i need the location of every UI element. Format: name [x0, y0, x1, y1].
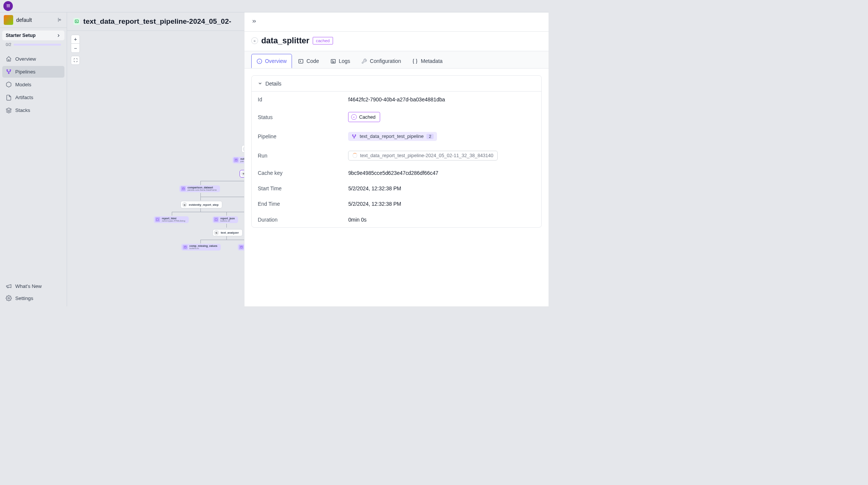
sidebar-collapse-button[interactable] [56, 17, 63, 23]
artifact-icon [155, 217, 160, 222]
status-cached-pill: « Cached [348, 112, 380, 122]
dag-edge [226, 224, 227, 228]
file-icon [6, 95, 12, 101]
tab-overview[interactable]: Overview [251, 54, 292, 68]
artifact-label: comparison_dataset [188, 186, 217, 189]
dag-edge [200, 197, 201, 200]
artifact-icon [181, 186, 186, 191]
artifact-icon [234, 158, 238, 162]
app-logo[interactable] [3, 1, 13, 11]
detail-label: Pipeline [258, 133, 348, 139]
tab-metadata[interactable]: Metadata [407, 54, 448, 68]
pipeline-icon [351, 134, 357, 139]
sidebar-item-pipelines[interactable]: Pipelines [2, 66, 64, 78]
info-icon [257, 58, 262, 64]
braces-icon [412, 58, 418, 64]
chevron-right-icon [56, 33, 61, 38]
detail-row-status: Status « Cached [252, 107, 541, 127]
sidebar-item-settings[interactable]: Settings [2, 292, 64, 304]
dag-step-text-analyzer[interactable]: « text_analyzer [212, 229, 243, 237]
spinner-icon [353, 153, 358, 158]
sidebar-bottom: What's New Settings [0, 278, 67, 306]
status-value: Cached [359, 115, 376, 120]
detail-row-end-time: End Time 5/2/2024, 12:32:38 PM [252, 196, 541, 212]
page-title: text_data_report_test_pipeline-2024_05_0… [83, 17, 231, 26]
dag-edge [226, 212, 227, 216]
nav-list: Overview Pipelines Models [0, 51, 67, 118]
sidebar-item-whatsnew[interactable]: What's New [2, 280, 64, 292]
dag-node-label: evidently_report_step [189, 203, 219, 207]
zoom-in-button[interactable]: + [71, 35, 80, 44]
megaphone-icon [6, 283, 12, 289]
panel-title: data_splitter [261, 36, 309, 46]
workspace-header[interactable]: default [0, 12, 67, 28]
progress-bar [14, 44, 61, 46]
details-section-title: Details [266, 81, 281, 87]
nav-label: What's New [15, 283, 41, 289]
detail-label: Duration [258, 217, 348, 223]
detail-label: Start Time [258, 185, 348, 191]
dag-artifact-report-html[interactable]: report_html zenml.types.HTMLString [154, 216, 188, 223]
tools-icon [361, 58, 367, 64]
layers-icon [6, 107, 12, 113]
artifact-type: builtins.str [220, 220, 235, 222]
detail-label: Cache key [258, 170, 348, 176]
dag-artifact-comparison[interactable]: comparison_dataset pandas.core.frame.Dat… [179, 185, 220, 192]
detail-value: 9bc9e4985cce5d623e47cd286df66c47 [348, 170, 438, 176]
zoom-out-button[interactable]: − [71, 44, 80, 53]
nav-label: Overview [15, 56, 36, 62]
detail-label: Run [258, 153, 348, 159]
workspace-avatar [4, 15, 13, 24]
dag-artifact-comp-missing[interactable]: comp_missing_values builtins.int [181, 244, 220, 251]
cached-icon: « [351, 114, 357, 120]
starter-setup-toggle[interactable]: Starter Setup [2, 31, 64, 41]
sidebar-item-stacks[interactable]: Stacks [2, 104, 64, 116]
sidebar-item-artifacts[interactable]: Artifacts [2, 92, 64, 104]
cached-step-icon: « [214, 230, 219, 235]
nav-label: Artifacts [15, 95, 33, 100]
tab-label: Overview [265, 58, 287, 64]
svg-point-0 [7, 70, 8, 71]
pipeline-count: 2 [426, 134, 434, 139]
panel-expand-button[interactable] [251, 18, 257, 25]
code-icon [298, 58, 304, 64]
tab-logs[interactable]: Logs [325, 54, 355, 68]
details-section-header[interactable]: Details [252, 76, 541, 92]
home-icon [6, 56, 12, 62]
detail-row-id: Id f4642fc2-7900-40b4-a27d-ba03e4881dba [252, 92, 541, 107]
panel-header: « data_splitter cached [245, 31, 548, 51]
detail-value: 5/2/2024, 12:32:38 PM [348, 185, 401, 191]
dag-node-label: text_analyzer [221, 231, 239, 234]
details-card: Details Id f4642fc2-7900-40b4-a27d-ba03e… [251, 75, 542, 228]
detail-row-start-time: Start Time 5/2/2024, 12:32:38 PM [252, 181, 541, 196]
dag-edge [200, 193, 201, 197]
dag-edge [200, 181, 201, 185]
artifact-type: zenml.types.HTMLString [162, 220, 185, 222]
starter-setup-label: Starter Setup [6, 33, 35, 38]
progress-text: 0/2 [6, 42, 11, 47]
detail-label: Status [258, 114, 348, 120]
tab-code[interactable]: Code [293, 54, 324, 68]
sidebar-item-overview[interactable]: Overview [2, 53, 64, 65]
sidebar-item-models[interactable]: Models [2, 79, 64, 91]
tab-label: Configuration [370, 58, 401, 64]
dag-artifact-report-json[interactable]: report_json builtins.str [212, 216, 238, 223]
tab-configuration[interactable]: Configuration [356, 54, 406, 68]
svg-point-17 [355, 135, 356, 135]
fit-view-button[interactable] [71, 56, 80, 65]
panel-tabs: Overview Code Logs Configuration Metadat… [245, 51, 548, 69]
detail-label: Id [258, 96, 348, 103]
svg-point-18 [354, 137, 355, 138]
pipeline-icon [6, 69, 12, 75]
detail-value: 5/2/2024, 12:32:38 PM [348, 201, 401, 207]
pipeline-link[interactable]: text_data_report_test_pipeline 2 [348, 132, 437, 141]
details-panel: « data_splitter cached Overview Code Log… [244, 12, 548, 306]
svg-point-12 [240, 246, 242, 247]
artifact-label: report_html [162, 217, 185, 220]
run-link[interactable]: text_data_report_test_pipeline-2024_05_0… [348, 151, 497, 161]
tab-label: Metadata [421, 58, 443, 64]
dag-step-evidently-report[interactable]: « evidently_report_step [180, 201, 222, 208]
artifact-type: builtins.int [189, 247, 217, 249]
detail-row-run: Run text_data_report_test_pipeline-2024_… [252, 146, 541, 165]
workspace-name: default [16, 17, 53, 23]
